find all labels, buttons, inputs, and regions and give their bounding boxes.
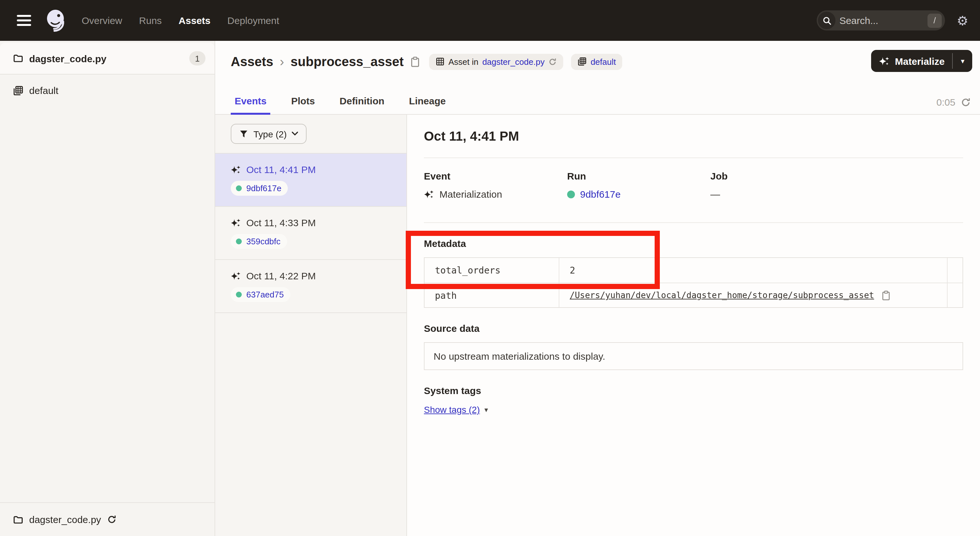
run-column: Run 9dbf617e: [567, 170, 710, 200]
tag-prefix: Asset in: [449, 57, 479, 67]
copy-path-button[interactable]: [880, 289, 891, 302]
event-column-label: Event: [424, 170, 567, 181]
event-list-panel: Type (2): [215, 115, 407, 536]
reload-code-location-button[interactable]: [107, 515, 117, 524]
sidebar-footer-code-location[interactable]: dagster_code.py: [0, 502, 215, 536]
run-status-dot: [567, 190, 575, 198]
refresh-timer: 0:05: [937, 97, 971, 108]
run-status-dot: [236, 185, 242, 191]
dagster-logo[interactable]: [43, 8, 69, 33]
top-nav: Overview Runs Assets Deployment / ⚙: [0, 0, 980, 41]
body-row: dagster_code.py 1 default dagster_code.p…: [0, 41, 980, 536]
event-detail-panel: Oct 11, 4:41 PM Event Materi: [407, 115, 980, 536]
run-column-label: Run: [567, 170, 710, 181]
event-row[interactable]: Oct 11, 4:33 PM 359cdbfc: [215, 207, 406, 260]
sidebar-item-label: default: [29, 85, 58, 96]
asset-location-tag: Asset in dagster_code.py: [429, 54, 563, 70]
tab-events[interactable]: Events: [231, 95, 270, 115]
event-type-value: Materialization: [439, 189, 502, 200]
caret-down-icon: ▾: [485, 406, 488, 414]
run-id-pill[interactable]: 9dbf617e: [231, 181, 288, 196]
event-column: Event Materialization: [424, 170, 567, 200]
gear-icon: ⚙: [957, 13, 968, 27]
tab-lineage[interactable]: Lineage: [405, 95, 450, 115]
caret-down-icon: ▾: [961, 57, 964, 65]
code-location-link[interactable]: dagster_code.py: [482, 57, 544, 67]
breadcrumb-separator: ›: [280, 54, 284, 69]
filter-bar: Type (2): [215, 115, 406, 154]
asset-count-badge: 1: [189, 51, 205, 65]
hamburger-menu-button[interactable]: [13, 10, 35, 32]
event-timestamp: Oct 11, 4:22 PM: [246, 270, 316, 281]
event-timestamp: Oct 11, 4:33 PM: [246, 217, 316, 228]
dagster-logo-icon: [43, 8, 69, 33]
sidebar-item-code-location[interactable]: dagster_code.py 1: [0, 43, 215, 75]
divider: [424, 222, 963, 223]
event-timestamp: Oct 11, 4:41 PM: [246, 164, 316, 175]
clipboard-icon: [881, 290, 890, 301]
run-id-pill[interactable]: 359cdbfc: [231, 234, 287, 249]
nav-right: / ⚙: [817, 10, 970, 30]
tab-definition[interactable]: Definition: [336, 95, 388, 115]
type-filter-button[interactable]: Type (2): [231, 124, 307, 144]
run-id-link: 9dbf617e: [246, 183, 281, 193]
materialize-dropdown-button[interactable]: ▾: [953, 50, 972, 72]
sidebar-footer-label: dagster_code.py: [29, 514, 101, 525]
asset-name-title: subprocess_asset: [291, 54, 404, 69]
show-tags-toggle[interactable]: Show tags (2) ▾: [424, 404, 488, 415]
tab-plots[interactable]: Plots: [287, 95, 318, 115]
clipboard-icon: [410, 56, 420, 67]
nav-assets[interactable]: Assets: [178, 15, 210, 26]
run-id-link[interactable]: 9dbf617e: [580, 189, 620, 200]
refresh-location-button[interactable]: [548, 57, 557, 66]
search-input[interactable]: [835, 15, 928, 26]
refresh-countdown: 0:05: [937, 97, 955, 108]
chevron-down-icon: [292, 132, 299, 136]
metadata-path-link[interactable]: /Users/yuhan/dev/local/dagster_home/stor…: [570, 290, 874, 300]
search-box[interactable]: /: [817, 10, 945, 30]
run-id-pill[interactable]: 637aed75: [231, 287, 290, 302]
source-data-empty-message: No upstream materializations to display.: [434, 351, 605, 362]
copy-asset-name-button[interactable]: [409, 55, 421, 68]
nav-runs[interactable]: Runs: [139, 15, 162, 26]
sidebar: dagster_code.py 1 default dagster_code.p…: [0, 41, 215, 536]
asset-group-tag: default: [571, 54, 622, 70]
materialization-sparkle-icon: [231, 270, 241, 281]
divider: [424, 157, 963, 158]
run-status-dot: [236, 292, 242, 297]
materialize-button[interactable]: Materialize: [871, 50, 953, 72]
primary-nav: Overview Runs Assets Deployment: [82, 15, 279, 26]
filter-label: Type (2): [253, 129, 287, 139]
folder-icon: [13, 53, 23, 64]
event-row[interactable]: Oct 11, 4:41 PM 9dbf617e: [215, 154, 406, 207]
job-empty-value: —: [710, 189, 720, 200]
event-row[interactable]: Oct 11, 4:22 PM 637aed75: [215, 260, 406, 313]
job-column: Job —: [710, 170, 854, 200]
sidebar-item-default-group[interactable]: default: [0, 75, 215, 102]
breadcrumb-assets-link[interactable]: Assets: [231, 54, 273, 69]
slash-shortcut-badge: /: [928, 13, 942, 27]
show-tags-label: Show tags (2): [424, 404, 480, 415]
folder-icon: [13, 514, 23, 525]
group-link[interactable]: default: [590, 57, 616, 67]
refresh-button[interactable]: [961, 97, 971, 107]
materialization-sparkle-icon: [231, 218, 241, 228]
metadata-row-gutter: [947, 258, 963, 283]
asset-tabs: Events Plots Definition Lineage: [231, 95, 450, 115]
nav-deployment[interactable]: Deployment: [228, 15, 279, 26]
metadata-table: total_orders 2 path /Users/yuhan/dev/loc…: [424, 257, 963, 308]
event-info-grid: Event Materialization R: [424, 170, 963, 200]
materialization-sparkle-icon: [424, 189, 434, 199]
app-root: Overview Runs Assets Deployment / ⚙: [0, 0, 980, 536]
materialize-split-button: Materialize ▾: [871, 50, 972, 72]
metadata-value: 2: [570, 265, 575, 275]
refresh-icon: [548, 57, 557, 66]
settings-button[interactable]: ⚙: [955, 13, 970, 28]
materialize-label: Materialize: [895, 56, 945, 67]
asset-group-icon: [578, 57, 587, 66]
event-detail-title: Oct 11, 4:41 PM: [424, 129, 963, 144]
nav-overview[interactable]: Overview: [82, 15, 122, 26]
main-panel: Assets › subprocess_asset: [215, 41, 980, 536]
metadata-row-gutter: [947, 283, 963, 307]
run-id-link: 637aed75: [246, 290, 284, 299]
